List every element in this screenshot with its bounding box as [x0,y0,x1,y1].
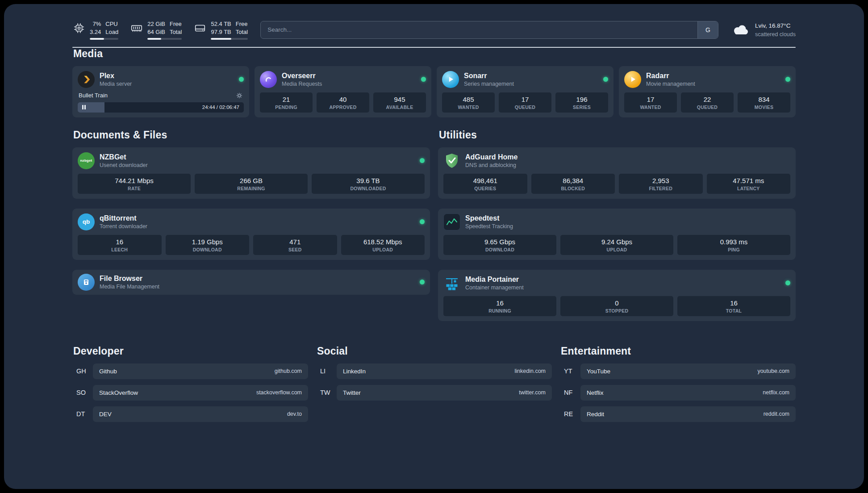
weather-location: Lviv, 16.87°C [755,21,796,30]
status-dot-online [603,77,608,82]
stat-tile: 2,953 FILTERED [619,174,703,194]
bookmark-abbr: NF [560,385,580,401]
filebrowser-icon [78,274,95,291]
stat-tile: 22 QUEUED [681,92,734,113]
bookmark-item-linkedin[interactable]: LI LinkedIn linkedin.com [316,363,552,379]
service-title: Radarr [646,72,695,80]
cloud-icon [731,23,750,37]
service-subtitle: DNS and adblocking [465,162,517,168]
weather-condition: scattered clouds [755,30,796,38]
plex-now-playing: Bullet Train 24:44 / 02:06:47 [78,92,244,113]
stat-tile: 0 STOPPED [560,296,673,316]
bookmark-name: YouTube [587,368,610,375]
service-card-overseerr[interactable]: Overseerr Media Requests 21 PENDING 40 A… [255,66,431,117]
sonarr-icon [442,71,459,88]
status-dot-online [420,158,425,163]
bookmark-item-youtube[interactable]: YT YouTube youtube.com [560,363,796,379]
memory-usage-bar [147,38,182,40]
now-playing-title: Bullet Train [79,92,108,99]
bookmark-abbr: TW [316,385,337,401]
service-subtitle: Media server [100,81,132,87]
now-playing-time: 24:44 / 02:06:47 [202,104,239,110]
memory-widget: 22 GiB 64 GiB Free Total [130,20,182,40]
bookmark-url: reddit.com [764,411,789,417]
media-grid: Plex Media server Bullet Train [72,66,796,117]
bookmark-item-github[interactable]: GH Github github.com [72,363,308,379]
service-subtitle: Media Requests [282,81,322,87]
cpu-widget: 7% 3.24 CPU Load [72,20,118,40]
bookmark-item-twitter[interactable]: TW Twitter twitter.com [316,385,552,401]
service-title: Sonarr [464,72,514,80]
utilities-column: Utilities AdGuard Home [438,129,796,321]
status-dot-online [420,219,425,224]
service-card-plex[interactable]: Plex Media server Bullet Train [72,66,249,117]
bookmarks-section: Developer GH Github github.com SO StackO… [72,345,796,443]
playback-progress-bar[interactable]: 24:44 / 02:06:47 [78,102,244,113]
bookmark-item-netflix[interactable]: NF Netflix netflix.com [560,385,796,401]
memory-values: 22 GiB 64 GiB [147,20,165,36]
service-subtitle: Media File Management [100,284,159,290]
memory-icon [130,21,143,35]
bookmark-abbr: YT [560,363,580,379]
bookmark-item-reddit[interactable]: RE Reddit reddit.com [560,406,796,422]
bookmark-group-social: Social LI LinkedIn linkedin.com TW Twitt… [316,345,552,428]
speedtest-icon [443,213,460,230]
disk-usage-bar [211,38,248,40]
settings-gear-icon[interactable] [236,92,243,99]
service-title: Media Portainer [465,276,524,284]
service-title: AdGuard Home [465,153,517,161]
stat-tile: 0.993 ms PING [677,235,790,255]
service-card-radarr[interactable]: Radarr Movie management 17 WANTED 22 QUE… [619,66,796,117]
disk-widget: 52.4 TB 97.9 TB Free Total [193,20,248,40]
pause-icon[interactable] [82,105,86,109]
status-dot-online [785,77,790,82]
cpu-values: 7% 3.24 [90,20,101,36]
bookmark-abbr: RE [560,406,580,422]
bookmark-name: Reddit [587,411,604,418]
top-bar: 7% 3.24 CPU Load [72,20,796,40]
service-card-filebrowser[interactable]: File Browser Media File Management [72,270,430,295]
stat-tile: 498,461 QUERIES [443,174,527,194]
stat-tile: 16 LEECH [78,235,162,255]
service-card-adguard[interactable]: AdGuard Home DNS and adblocking 498,461 … [438,147,796,199]
radarr-icon [624,71,641,88]
disk-icon [193,21,207,35]
stat-tile: 744.21 Mbps RATE [78,174,191,194]
overseerr-icon [260,71,277,88]
cpu-usage-bar [90,38,118,40]
stat-row: 17 WANTED 22 QUEUED 834 MOVIES [624,92,790,113]
qbittorrent-icon: qb [78,213,95,230]
memory-labels: Free Total [170,20,182,36]
search-provider-button[interactable]: G [697,21,718,38]
bookmark-url: dev.to [287,411,302,417]
bookmark-abbr: LI [316,363,337,379]
resource-widgets: 7% 3.24 CPU Load [72,20,248,40]
stat-row: 9.65 Gbps DOWNLOAD 9.24 Gbps UPLOAD 0.99… [443,235,790,255]
stat-tile: 9.65 Gbps DOWNLOAD [443,235,556,255]
stat-row: 16 LEECH 1.19 Gbps DOWNLOAD 471 SEED 618… [78,235,425,255]
service-card-qbittorrent[interactable]: qb qBittorrent Torrent downloader 16 LEE… [72,209,430,260]
bookmark-url: youtube.com [757,368,789,374]
service-title: NZBGet [100,153,148,161]
service-card-portainer[interactable]: Media Portainer Container management 16 … [438,270,796,321]
bookmark-abbr: DT [72,406,93,422]
stat-tile: 86,384 BLOCKED [531,174,615,194]
search-input[interactable] [261,21,697,38]
section-heading-media: Media [73,48,796,60]
status-dot-online [785,280,790,285]
stat-tile: 47.571 ms LATENCY [707,174,791,194]
stat-row: 744.21 Mbps RATE 266 GB REMAINING 39.6 T… [78,174,425,194]
adguard-icon [443,152,460,169]
service-card-sonarr[interactable]: Sonarr Series management 485 WANTED 17 Q… [437,66,613,117]
bookmark-item-dev[interactable]: DT DEV dev.to [72,406,308,422]
header-divider [72,47,796,48]
stat-tile: 17 WANTED [624,92,677,113]
bookmark-abbr: GH [72,363,93,379]
bookmark-url: stackoverflow.com [256,389,302,396]
bookmark-name: Github [99,368,117,375]
status-dot-online [420,280,425,284]
service-card-nzbget[interactable]: nzbget NZBGet Usenet downloader 744.21 M… [72,147,430,199]
service-card-speedtest[interactable]: Speedtest Speedtest Tracking 9.65 Gbps D… [438,209,796,260]
bookmark-item-stackoverflow[interactable]: SO StackOverflow stackoverflow.com [72,385,308,401]
stat-tile: 1.19 Gbps DOWNLOAD [166,235,250,255]
